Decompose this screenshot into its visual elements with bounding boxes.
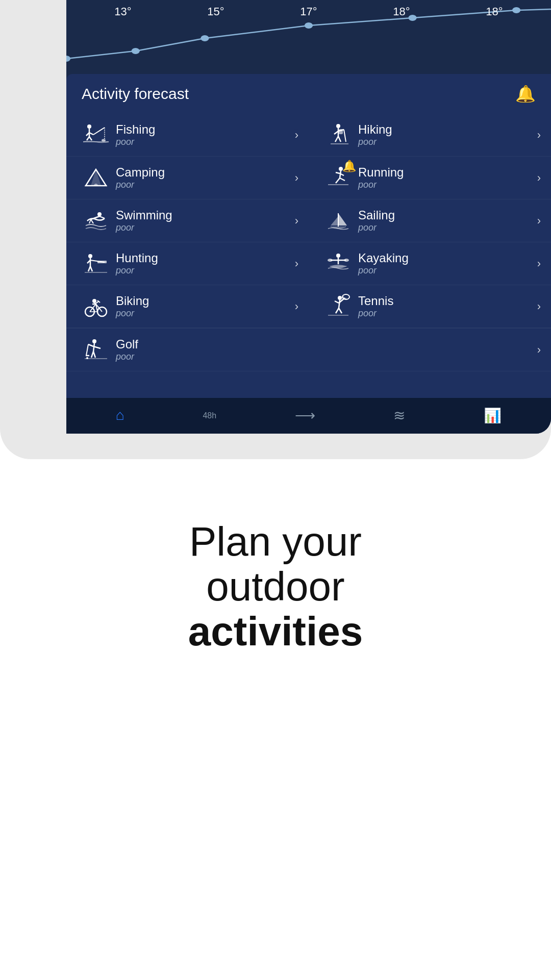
svg-line-21 bbox=[335, 136, 338, 142]
svg-line-79 bbox=[93, 343, 94, 351]
svg-line-12 bbox=[89, 137, 92, 140]
svg-line-24 bbox=[344, 130, 346, 142]
svg-line-57 bbox=[90, 304, 96, 312]
running-arrow: › bbox=[537, 171, 541, 185]
running-badge-bell: 🔔 bbox=[342, 160, 356, 173]
running-name: Running bbox=[358, 165, 535, 180]
running-status: poor bbox=[358, 180, 535, 190]
hiking-info: Hiking poor bbox=[352, 122, 535, 147]
temperature-chart: 13° 15° 17° 18° 18° bbox=[66, 0, 551, 74]
temp-13: 13° bbox=[114, 5, 131, 18]
svg-line-85 bbox=[93, 351, 95, 358]
golf-icon bbox=[82, 336, 110, 364]
wind-icon: ≋ bbox=[393, 407, 405, 424]
hunting-status: poor bbox=[116, 265, 292, 276]
kayaking-info: Kayaking poor bbox=[352, 251, 535, 276]
fishing-info: Fishing poor bbox=[110, 122, 292, 147]
promo-line1: Plan your bbox=[189, 519, 362, 564]
sailing-status: poor bbox=[358, 222, 535, 233]
svg-rect-23 bbox=[339, 129, 343, 134]
nav-48h-label: 48h bbox=[203, 411, 216, 420]
nav-item-wind[interactable]: ≋ bbox=[386, 405, 413, 428]
temperature-labels: 13° 15° 17° 18° 18° bbox=[66, 5, 551, 18]
svg-point-2 bbox=[132, 48, 140, 54]
running-info: Running poor bbox=[352, 165, 535, 190]
svg-line-31 bbox=[336, 172, 340, 173]
activity-item-hunting[interactable]: Hunting poor › bbox=[66, 242, 309, 285]
nav-item-route[interactable]: ⟶ bbox=[287, 405, 323, 428]
activity-panel: Activity forecast 🔔 bbox=[66, 74, 551, 398]
activity-item-hiking[interactable]: Hiking poor › bbox=[309, 114, 551, 157]
biking-arrow: › bbox=[295, 300, 298, 313]
promo-section: Plan your outdoor activities bbox=[0, 459, 551, 714]
activity-item-swimming[interactable]: Swimming poor › bbox=[66, 199, 309, 242]
svg-point-15 bbox=[102, 139, 106, 141]
fishing-name: Fishing bbox=[116, 122, 292, 137]
swimming-info: Swimming poor bbox=[110, 208, 292, 233]
temp-18a: 18° bbox=[393, 5, 410, 18]
activities-grid: Fishing poor › bbox=[66, 114, 551, 328]
promo-line2: outdoor bbox=[206, 564, 344, 609]
home-icon: ⌂ bbox=[116, 407, 124, 423]
svg-line-67 bbox=[339, 300, 340, 308]
tennis-icon bbox=[324, 292, 352, 320]
nav-item-home[interactable]: ⌂ bbox=[108, 405, 132, 427]
hiking-status: poor bbox=[358, 137, 535, 147]
temp-18b: 18° bbox=[486, 5, 503, 18]
svg-line-34 bbox=[340, 178, 345, 181]
route-icon: ⟶ bbox=[295, 407, 315, 424]
golf-info: Golf poor bbox=[110, 337, 535, 362]
running-icon: 🔔 bbox=[324, 164, 352, 192]
biking-name: Biking bbox=[116, 294, 292, 308]
activity-item-tennis[interactable]: Tennis poor › bbox=[309, 285, 551, 328]
activity-item-fishing[interactable]: Fishing poor › bbox=[66, 114, 309, 157]
activity-item-running[interactable]: 🔔 Running poor › bbox=[309, 157, 551, 199]
notification-bell-icon[interactable]: 🔔 bbox=[515, 84, 536, 104]
nav-item-stats[interactable]: 📊 bbox=[476, 405, 509, 428]
svg-line-70 bbox=[336, 308, 339, 313]
hunting-arrow: › bbox=[295, 257, 298, 270]
camping-icon bbox=[82, 164, 110, 192]
activity-item-sailing[interactable]: Sailing poor › bbox=[309, 199, 551, 242]
activity-item-golf[interactable]: Golf poor › bbox=[66, 328, 551, 371]
kayaking-arrow: › bbox=[537, 257, 541, 270]
sailing-name: Sailing bbox=[358, 208, 535, 222]
hiking-name: Hiking bbox=[358, 122, 535, 137]
swimming-status: poor bbox=[116, 222, 292, 233]
svg-point-50 bbox=[336, 254, 340, 258]
svg-line-71 bbox=[339, 308, 342, 313]
svg-point-54 bbox=[344, 259, 349, 262]
swimming-arrow: › bbox=[295, 214, 298, 228]
tennis-arrow: › bbox=[537, 300, 541, 313]
tennis-name: Tennis bbox=[358, 294, 535, 308]
svg-rect-46 bbox=[97, 261, 107, 263]
tennis-info: Tennis poor bbox=[352, 294, 535, 319]
golf-arrow: › bbox=[537, 343, 541, 357]
hunting-name: Hunting bbox=[116, 251, 292, 265]
hunting-info: Hunting poor bbox=[110, 251, 292, 276]
svg-point-78 bbox=[92, 339, 96, 343]
svg-line-82 bbox=[86, 344, 88, 356]
activity-item-kayaking[interactable]: Kayaking poor › bbox=[309, 242, 551, 285]
hiking-icon bbox=[324, 121, 352, 149]
svg-point-17 bbox=[336, 124, 340, 128]
temp-15: 15° bbox=[207, 5, 224, 18]
svg-point-7 bbox=[87, 124, 91, 129]
golf-status: poor bbox=[116, 351, 535, 362]
temp-17: 17° bbox=[300, 5, 317, 18]
panel-title: Activity forecast bbox=[82, 85, 189, 103]
kayaking-status: poor bbox=[358, 265, 535, 276]
biking-icon bbox=[82, 292, 110, 320]
svg-point-4 bbox=[305, 22, 313, 29]
svg-point-3 bbox=[201, 35, 209, 41]
device-screen: 13° 15° 17° 18° 18° Activity forecast 🔔 bbox=[66, 0, 551, 434]
activity-item-camping[interactable]: Camping poor › bbox=[66, 157, 309, 199]
activity-item-biking[interactable]: Biking poor › bbox=[66, 285, 309, 328]
promo-text: Plan your outdoor activities bbox=[188, 519, 363, 654]
golf-name: Golf bbox=[116, 337, 535, 351]
nav-item-48h[interactable]: 48h bbox=[195, 409, 224, 423]
biking-status: poor bbox=[116, 308, 292, 319]
svg-line-33 bbox=[336, 178, 340, 183]
bottom-navigation: ⌂ 48h ⟶ ≋ 📊 bbox=[66, 398, 551, 434]
stats-icon: 📊 bbox=[484, 407, 502, 424]
